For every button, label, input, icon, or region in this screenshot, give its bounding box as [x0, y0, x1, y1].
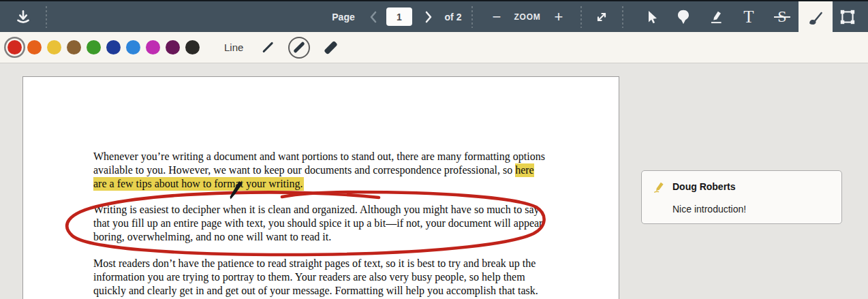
draw-tool-button[interactable]	[799, 1, 833, 33]
minus-icon: −	[493, 8, 501, 26]
expand-icon	[593, 9, 610, 25]
zoom-in-button[interactable]: +	[550, 1, 568, 32]
download-icon	[14, 8, 32, 26]
color-swatch-black[interactable]	[185, 40, 200, 54]
comment-text: Nice introduction!	[672, 204, 746, 215]
medium-line-icon	[294, 42, 306, 54]
comment-card[interactable]: Doug Roberts Nice introduction!	[641, 170, 842, 224]
cursor-icon	[643, 9, 660, 25]
paragraph-1: Whenever you’re writing a document and w…	[93, 150, 548, 190]
color-swatch-magenta[interactable]	[146, 40, 160, 54]
line-label: Line	[224, 42, 243, 53]
color-swatch-row	[0, 40, 200, 54]
page-count-label: of 2	[439, 1, 467, 32]
highlight-tool-button[interactable]	[707, 1, 726, 32]
paragraph-2: Writing is easiest to decipher when it i…	[93, 203, 548, 243]
document-page[interactable]: Whenever you’re writing a document and w…	[22, 76, 619, 299]
map-pin-icon	[675, 8, 692, 26]
stroke-width-options	[257, 37, 341, 59]
thick-line-icon	[324, 40, 338, 54]
shape-tool-button[interactable]	[838, 1, 857, 32]
zoom-label: ZOOM	[511, 1, 544, 32]
color-swatch-brown[interactable]	[67, 40, 81, 54]
select-tool-button[interactable]	[642, 1, 661, 32]
stroke-medium-option[interactable]	[288, 37, 310, 59]
stroke-thick-option[interactable]	[320, 37, 341, 59]
chevron-right-icon	[423, 10, 434, 25]
paragraph-3: Most readers don’t have the patience to …	[93, 257, 548, 299]
toolbar-divider	[46, 6, 47, 28]
draw-options-toolbar: Line	[0, 32, 868, 63]
stroke-thin-option[interactable]	[257, 37, 279, 59]
toolbar-divider	[622, 6, 623, 28]
chevron-left-icon	[368, 10, 379, 25]
previous-page-button[interactable]	[365, 1, 382, 32]
color-swatch-yellow[interactable]	[47, 40, 61, 54]
page-number-input[interactable]	[386, 7, 412, 26]
pen-icon	[651, 180, 666, 195]
brush-icon	[806, 8, 825, 27]
page-label: Page	[328, 1, 358, 32]
pin-comment-tool-button[interactable]	[674, 1, 693, 32]
comment-author: Doug Roberts	[672, 181, 736, 192]
toolbar-divider	[580, 6, 582, 28]
highlighter-icon	[707, 8, 725, 26]
color-swatch-purple[interactable]	[166, 40, 180, 54]
page-number-field-wrap	[386, 1, 412, 32]
text-tool-button[interactable]: T	[739, 1, 758, 32]
fullscreen-button[interactable]	[591, 1, 612, 32]
download-button[interactable]	[11, 1, 35, 32]
text-tool-icon: T	[743, 7, 754, 27]
zoom-out-button[interactable]: −	[488, 1, 506, 32]
color-swatch-green[interactable]	[87, 40, 101, 54]
color-swatch-light-blue[interactable]	[126, 40, 140, 54]
toolbar-divider	[471, 6, 473, 28]
color-swatch-dark-blue[interactable]	[106, 40, 121, 54]
frame-icon	[839, 8, 856, 26]
main-toolbar: Page of 2 − ZOOM +	[0, 0, 868, 32]
next-page-button[interactable]	[420, 1, 437, 32]
thin-line-icon	[262, 42, 273, 53]
plus-icon: +	[555, 8, 563, 26]
strikethrough-icon: S	[777, 7, 786, 26]
color-swatch-orange[interactable]	[27, 40, 42, 54]
document-canvas[interactable]: Whenever you’re writing a document and w…	[0, 64, 868, 299]
strikethrough-tool-button[interactable]: S	[773, 1, 792, 32]
color-swatch-red[interactable]	[7, 40, 22, 54]
